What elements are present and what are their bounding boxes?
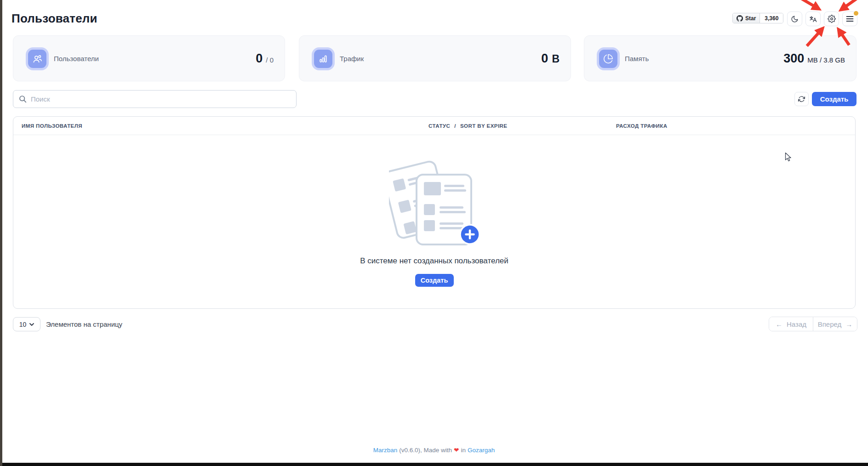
search-icon (19, 95, 27, 103)
stat-value: 0/ 0 (256, 51, 274, 66)
users-icon (28, 50, 46, 68)
page-title: Пользователи (11, 11, 97, 26)
stat-card-memory: Память 300MB / 3.8 GB (584, 35, 857, 81)
stat-value: 300MB / 3.8 GB (783, 51, 845, 66)
translate-icon (809, 15, 817, 23)
search-input[interactable] (31, 95, 291, 103)
stat-label: Пользователи (54, 36, 99, 81)
language-button[interactable] (805, 11, 821, 26)
stat-label: Память (625, 36, 649, 81)
heart-icon: ❤ (454, 447, 459, 454)
users-table: ИМЯ ПОЛЬЗОВАТЕЛЯ СТАТУС / SORT BY EXPIRE… (13, 116, 856, 309)
github-star-widget[interactable]: Star 3,360 (732, 13, 783, 23)
page-size-value: 10 (19, 321, 27, 328)
footer-text-in: in (461, 447, 466, 454)
window-bottom-edge (0, 463, 868, 466)
empty-state-message: В системе нет созданных пользователей (13, 256, 855, 266)
red-arrow-top-right (845, 0, 857, 7)
bar-chart-icon (314, 50, 332, 68)
marzban-users-page: Пользователи Star 3,360 Пользователи 0/ … (0, 0, 868, 466)
chevron-down-icon (29, 323, 34, 326)
search-box[interactable] (13, 90, 297, 108)
gear-icon (828, 15, 836, 23)
github-star-count[interactable]: 3,360 (760, 13, 783, 23)
stat-card-traffic: Трафик 0B (299, 35, 571, 81)
arrow-left-icon: ← (776, 320, 782, 328)
refresh-button[interactable] (794, 92, 809, 106)
stat-card-users: Пользователи 0/ 0 (13, 35, 285, 81)
pie-chart-icon (599, 50, 617, 68)
refresh-icon (798, 96, 805, 102)
per-page-label: Элементов на страницу (46, 317, 122, 331)
red-arrow-top-left (799, 0, 815, 6)
dark-mode-button[interactable] (787, 11, 802, 26)
pagination-buttons: ← Назад Вперед → (769, 317, 857, 331)
moon-icon (791, 15, 799, 23)
empty-state-create-button[interactable]: Создать (415, 274, 454, 287)
column-header-username[interactable]: ИМЯ ПОЛЬЗОВАТЕЛЯ (22, 117, 82, 135)
page-size-select[interactable]: 10 (13, 317, 40, 331)
marzban-link[interactable]: Marzban (373, 447, 398, 454)
stat-value: 0B (541, 51, 560, 66)
github-star-button[interactable]: Star (733, 13, 760, 23)
empty-state-illustration (389, 159, 481, 251)
github-octocat-icon (737, 15, 743, 22)
table-header-row: ИМЯ ПОЛЬЗОВАТЕЛЯ СТАТУС / SORT BY EXPIRE… (13, 117, 855, 135)
column-header-status-expire[interactable]: СТАТУС / SORT BY EXPIRE (428, 117, 508, 135)
footer: Marzban(v0.6.0), Made with❤inGozargah (0, 446, 868, 454)
create-user-button[interactable]: Создать (812, 92, 857, 106)
next-page-button[interactable]: Вперед → (813, 317, 857, 331)
prev-page-button[interactable]: ← Назад (769, 317, 813, 331)
github-star-label: Star (745, 15, 756, 22)
column-header-traffic[interactable]: РАСХОД ТРАФИКА (616, 117, 668, 135)
notification-dot (854, 11, 858, 16)
menu-icon (846, 16, 854, 22)
stat-label: Трафик (340, 36, 364, 81)
add-user-plus-badge (460, 225, 480, 244)
arrow-right-icon: → (845, 320, 852, 328)
window-left-edge (0, 0, 2, 466)
gozargah-link[interactable]: Gozargah (468, 447, 495, 454)
footer-text: (v0.6.0), Made with (399, 447, 452, 454)
settings-button[interactable] (824, 11, 839, 26)
